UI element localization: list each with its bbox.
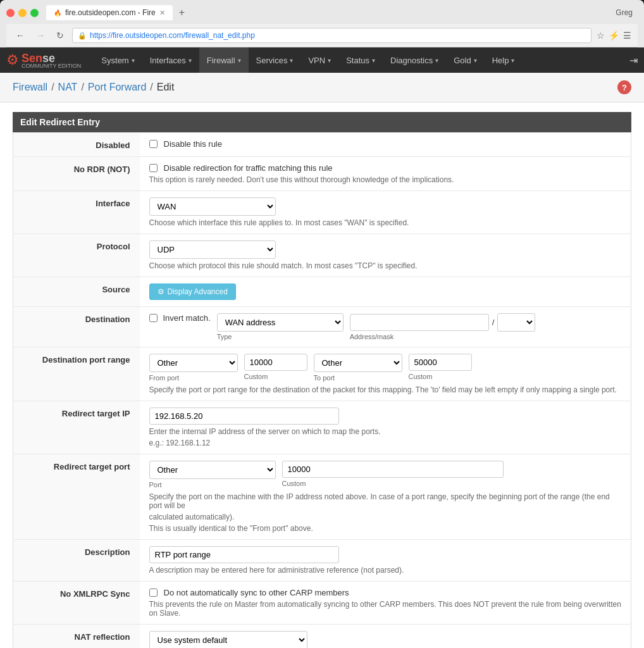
destination-type-group: WAN address any Type [217, 313, 344, 340]
no-rdr-checkbox[interactable] [149, 164, 158, 172]
description-input[interactable] [149, 546, 339, 563]
nav-item-status[interactable]: Status ▾ [338, 47, 383, 73]
nav-item-interfaces[interactable]: Interfaces ▾ [142, 47, 199, 73]
label-destination: Destination [13, 307, 140, 347]
nav-item-system[interactable]: System ▾ [94, 47, 142, 73]
help-icon[interactable]: ? [617, 80, 631, 94]
disabled-checkbox[interactable] [149, 140, 158, 148]
content-redirect-target-port: Other HTTP (80) Port Custom Specify the … [140, 454, 631, 540]
destination-address-sub: Address/mask [350, 333, 536, 340]
redirect-target-ip-hint2: e.g.: 192.168.1.12 [149, 439, 622, 447]
nav-item-services[interactable]: Services ▾ [249, 47, 301, 73]
menu-icon[interactable]: ☰ [623, 30, 631, 40]
label-no-xmlrpc: No XMLRPC Sync [13, 582, 140, 625]
protocol-hint: Choose which protocol this rule should m… [149, 261, 622, 270]
redirect-port-custom-group: Custom [282, 461, 504, 487]
breadcrumb: Firewall / NAT / Port Forward / Edit [13, 82, 174, 93]
label-redirect-target-port: Redirect target port [13, 454, 140, 540]
no-xmlrpc-label[interactable]: Do not automatically sync to other CARP … [149, 588, 622, 597]
no-xmlrpc-label-text: Do not automatically sync to other CARP … [164, 588, 349, 597]
url-bar[interactable]: 🔒 https://fire.outsideopen.com/firewall_… [72, 28, 591, 43]
nav-arrow-services: ▾ [290, 57, 293, 64]
nav-item-diagnostics[interactable]: Diagnostics ▾ [383, 47, 446, 73]
close-button[interactable] [6, 9, 15, 17]
no-rdr-checkbox-label[interactable]: Disable redirection for traffic matching… [149, 163, 622, 173]
invert-match-label[interactable]: Invert match. [149, 313, 211, 323]
redirect-port-custom-input[interactable] [282, 461, 504, 478]
maximize-button[interactable] [30, 9, 39, 17]
label-source: Source [13, 277, 140, 307]
tab-close-icon[interactable]: ✕ [159, 9, 165, 17]
row-destination: Destination Invert match. WAN address an… [13, 307, 631, 347]
interface-select[interactable]: WAN LAN [149, 197, 276, 216]
interface-hint: Choose which interface this rule applies… [149, 218, 622, 227]
disabled-checkbox-label[interactable]: Disable this rule [149, 139, 622, 149]
minimize-button[interactable] [18, 9, 27, 17]
content-disabled: Disable this rule [140, 133, 631, 157]
content-no-xmlrpc: Do not automatically sync to other CARP … [140, 582, 631, 625]
extensions-icon[interactable]: ⚡ [609, 30, 619, 40]
destination-mask-select[interactable] [497, 313, 535, 332]
nav-items: System ▾ Interfaces ▾ Firewall ▾ Service… [94, 47, 522, 73]
breadcrumb-port-forward[interactable]: Port Forward [88, 82, 146, 93]
row-nat-reflection: NAT reflection Use system default Enable… [13, 625, 631, 649]
nav-item-gold[interactable]: Gold ▾ [446, 47, 484, 73]
to-port-custom-input[interactable] [409, 354, 472, 371]
breadcrumb-firewall[interactable]: Firewall [13, 82, 47, 93]
redirect-port-type-select[interactable]: Other HTTP (80) [149, 461, 276, 479]
row-dest-port-range: Destination port range Other HTTP (80) F… [13, 347, 631, 401]
row-source: Source ⚙ Display Advanced [13, 277, 631, 307]
nav-item-help[interactable]: Help ▾ [485, 47, 523, 73]
to-port-type-group: Other HTTP (80) To port [314, 354, 402, 382]
breadcrumb-nat[interactable]: NAT [58, 82, 78, 93]
to-port-custom-group: Custom [409, 354, 472, 380]
top-nav: ⚙ Sense COMMUNITY EDITION System ▾ Inter… [0, 47, 644, 73]
nat-reflection-select[interactable]: Use system default Enable Disable [149, 631, 307, 648]
nav-item-vpn[interactable]: VPN ▾ [300, 47, 338, 73]
form-header: Edit Redirect Entry [13, 112, 631, 132]
protocol-select[interactable]: UDP TCP TCP/UDP [149, 240, 276, 259]
tab-title: fire.outsideopen.com - Fire [65, 8, 156, 17]
label-dest-port-range: Destination port range [13, 347, 140, 401]
logo: ⚙ Sense COMMUNITY EDITION [6, 52, 81, 69]
nav-item-firewall[interactable]: Firewall ▾ [199, 47, 249, 73]
address-bar: ← → ↻ 🔒 https://fire.outsideopen.com/fir… [6, 24, 638, 47]
label-interface: Interface [13, 191, 140, 234]
no-xmlrpc-checkbox[interactable] [149, 589, 158, 597]
row-no-xmlrpc: No XMLRPC Sync Do not automatically sync… [13, 582, 631, 625]
forward-button[interactable]: → [33, 29, 48, 42]
row-redirect-target-port: Redirect target port Other HTTP (80) Por… [13, 454, 631, 540]
redirect-port-custom-sub: Custom [282, 480, 504, 487]
from-port-sub: From port [149, 374, 238, 382]
back-button[interactable]: ← [13, 29, 28, 42]
destination-type-select[interactable]: WAN address any [217, 313, 344, 332]
content-redirect-target-ip: Enter the internal IP address of the ser… [140, 401, 631, 454]
url-text: https://fire.outsideopen.com/firewall_na… [90, 31, 255, 40]
bookmark-icon[interactable]: ☆ [597, 30, 605, 40]
redirect-port-hint2: calculated automatically). [149, 513, 622, 521]
description-hint: A description may be entered here for ad… [149, 566, 622, 575]
redirect-port-hint3: This is usually identical to the "From p… [149, 524, 622, 533]
from-port-custom-input[interactable] [244, 354, 307, 371]
redirect-target-port-row: Other HTTP (80) Port Custom [149, 461, 622, 489]
destination-address-input[interactable] [350, 314, 489, 331]
refresh-button[interactable]: ↻ [53, 29, 67, 42]
from-port-type-group: Other HTTP (80) From port [149, 354, 238, 382]
display-advanced-button[interactable]: ⚙ Display Advanced [149, 284, 236, 300]
nav-arrow-gold: ▾ [474, 57, 477, 64]
to-port-type-select[interactable]: Other HTTP (80) [314, 354, 402, 372]
from-port-type-select[interactable]: Other HTTP (80) [149, 354, 238, 372]
browser-user: Greg [610, 6, 638, 19]
breadcrumb-bar: Firewall / NAT / Port Forward / Edit ? [0, 73, 644, 103]
nav-arrow-help: ▾ [511, 57, 514, 64]
content-source: ⚙ Display Advanced [140, 277, 631, 307]
invert-match-checkbox[interactable] [149, 314, 158, 322]
redirect-target-ip-input[interactable] [149, 408, 339, 425]
ssl-lock-icon: 🔒 [78, 32, 87, 40]
browser-tab[interactable]: 🔥 fire.outsideopen.com - Fire ✕ [46, 5, 173, 20]
gear-icon: ⚙ [158, 287, 164, 296]
no-rdr-hint: This option is rarely needed. Don't use … [149, 175, 622, 184]
content-interface: WAN LAN Choose which interface this rule… [140, 191, 631, 234]
new-tab-button[interactable]: + [175, 6, 189, 20]
nav-logout-icon[interactable]: ⇥ [629, 54, 638, 66]
